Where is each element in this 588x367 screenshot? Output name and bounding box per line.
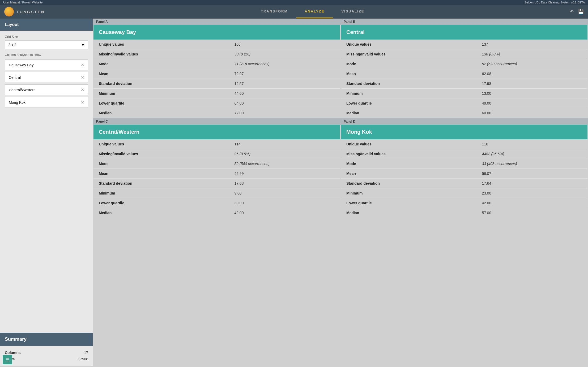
- bottom-nav-icon[interactable]: ☰: [3, 355, 12, 364]
- stat-value-1-4: 17.98: [476, 79, 587, 89]
- col-item-remove-1[interactable]: ✕: [81, 75, 84, 80]
- stat-value-3-5: 23.00: [476, 188, 587, 198]
- table-row: Standard deviation17.98: [341, 79, 587, 89]
- stat-label-2-4: Standard deviation: [93, 179, 229, 188]
- stat-value-1-3: 62.08: [476, 69, 587, 79]
- summary-label-0: Columns: [5, 351, 21, 355]
- stat-value-2-0: 114: [229, 139, 340, 149]
- layout-section-header: Layout: [0, 19, 93, 31]
- stat-label-2-2: Mode: [93, 159, 229, 169]
- tab-analyze[interactable]: ANALYZE: [296, 5, 333, 18]
- stat-value-1-5: 13.00: [476, 89, 587, 98]
- stat-label-2-1: Missing/Invalid values: [93, 149, 229, 159]
- table-row: Unique values116: [341, 139, 587, 149]
- tab-visualize[interactable]: VISUALIZE: [333, 5, 373, 18]
- stat-label-1-5: Minimum: [341, 89, 476, 98]
- panel-d-label: Panel D: [340, 118, 588, 125]
- stat-label-2-6: Lower quartile: [93, 198, 229, 208]
- summary-rows: Columns17Rows17508: [5, 349, 88, 362]
- panel-a-title: Causeway Bay: [93, 25, 340, 40]
- col-item-0: Causeway Bay✕: [5, 59, 88, 70]
- stat-label-3-4: Standard deviation: [341, 179, 476, 188]
- table-row: Mean62.08: [341, 69, 587, 79]
- stat-label-2-3: Mean: [93, 169, 229, 179]
- stat-label-0-6: Lower quartile: [93, 98, 229, 108]
- table-row: Standard deviation17.08: [93, 179, 340, 188]
- layout-section: Grid Size 2 x 2 ▼ Column analyses to sho…: [0, 31, 93, 114]
- summary-header: Summary: [0, 333, 93, 346]
- col-item-label: Central/Western: [9, 88, 36, 92]
- stat-value-0-1: 30 (0.2%): [229, 49, 340, 59]
- panel-b-title: Central: [341, 25, 587, 40]
- stat-value-3-2: 33 (408 occurrences): [476, 159, 587, 169]
- table-row: Mode71 (718 occurrences): [93, 59, 340, 69]
- stat-label-1-0: Unique values: [341, 40, 476, 49]
- table-row: Missing/Invalid values30 (0.2%): [93, 49, 340, 59]
- panel-a-label: Panel A: [93, 19, 340, 25]
- table-row: Unique values114: [93, 139, 340, 149]
- save-button[interactable]: 💾: [578, 9, 584, 15]
- table-row: Mode52 (520 occurrences): [341, 59, 587, 69]
- undo-button[interactable]: ↶: [570, 9, 574, 15]
- grid-size-label: Grid Size: [5, 35, 88, 39]
- table-row: Standard deviation12.57: [93, 79, 340, 89]
- stat-label-3-6: Lower quartile: [341, 198, 476, 208]
- stat-value-2-6: 30.00: [229, 198, 340, 208]
- stat-label-1-1: Missing/Invalid values: [341, 49, 476, 59]
- col-item-remove-3[interactable]: ✕: [81, 100, 84, 105]
- table-row: Mode52 (540 occurrences): [93, 159, 340, 169]
- main-layout: Layout Grid Size 2 x 2 ▼ Column analyses…: [0, 19, 588, 366]
- summary-value-0: 17: [84, 351, 88, 355]
- stat-value-0-5: 44.00: [229, 89, 340, 98]
- col-item-3: Mong Kok✕: [5, 97, 88, 108]
- stat-value-0-4: 12.57: [229, 79, 340, 89]
- stat-value-2-5: 9.00: [229, 188, 340, 198]
- panels-bottom-row: Central/Western Unique values114Missing/…: [93, 125, 588, 218]
- table-row: Lower quartile49.00: [341, 98, 587, 108]
- stat-value-0-3: 72.97: [229, 69, 340, 79]
- panel-c: Central/Western Unique values114Missing/…: [93, 125, 340, 218]
- table-row: Mean42.99: [93, 169, 340, 179]
- panel-labels-bottom: Panel C Panel D: [93, 118, 588, 125]
- chevron-down-icon: ▼: [81, 43, 85, 47]
- stat-value-2-1: 96 (0.5%): [229, 149, 340, 159]
- table-row: Minimum23.00: [341, 188, 587, 198]
- table-row: Lower quartile30.00: [93, 198, 340, 208]
- col-item-label: Causeway Bay: [9, 63, 33, 67]
- table-row: Minimum13.00: [341, 89, 587, 98]
- stat-value-1-6: 49.00: [476, 98, 587, 108]
- stat-label-2-5: Minimum: [93, 188, 229, 198]
- grid-size-dropdown[interactable]: 2 x 2 ▼: [5, 40, 88, 49]
- stat-label-0-5: Minimum: [93, 89, 229, 98]
- stat-label-3-0: Unique values: [341, 139, 476, 149]
- panels-top-row: Causeway Bay Unique values105Missing/Inv…: [93, 25, 588, 118]
- col-item-label: Mong Kok: [9, 100, 25, 105]
- panel-b-label: Panel B: [340, 19, 588, 25]
- table-row: Mode33 (408 occurrences): [341, 159, 587, 169]
- table-row: Lower quartile64.00: [93, 98, 340, 108]
- stat-label-1-4: Standard deviation: [341, 79, 476, 89]
- nav-tabs: TRANSFORM ANALYZE VISUALIZE: [56, 5, 570, 18]
- stat-value-3-7: 57.00: [476, 208, 587, 218]
- table-row: Median57.00: [341, 208, 587, 218]
- col-item-remove-0[interactable]: ✕: [81, 62, 84, 67]
- stat-value-3-1: 4482 (25.6%): [476, 149, 587, 159]
- stat-label-1-7: Median: [341, 108, 476, 118]
- table-row: Median72.00: [93, 108, 340, 118]
- table-row: Minimum44.00: [93, 89, 340, 98]
- table-row: Lower quartile42.00: [341, 198, 587, 208]
- panel-area: Panel A Panel B Causeway Bay Unique valu…: [93, 19, 588, 366]
- stat-label-3-1: Missing/Invalid values: [341, 149, 476, 159]
- stat-value-2-2: 52 (540 occurrences): [229, 159, 340, 169]
- panel-a-stats: Unique values105Missing/Invalid values30…: [93, 40, 340, 118]
- logo-icon: [4, 7, 14, 16]
- stat-label-3-2: Mode: [341, 159, 476, 169]
- col-item-remove-2[interactable]: ✕: [81, 87, 84, 92]
- stat-value-2-3: 42.99: [229, 169, 340, 179]
- panel-c-label: Panel C: [93, 118, 340, 125]
- panel-d-stats: Unique values116Missing/Invalid values44…: [341, 139, 587, 218]
- summary-row-1: Rows17508: [5, 356, 88, 362]
- table-row: Unique values105: [93, 40, 340, 49]
- grid-size-value: 2 x 2: [8, 43, 16, 47]
- tab-transform[interactable]: TRANSFORM: [252, 5, 296, 18]
